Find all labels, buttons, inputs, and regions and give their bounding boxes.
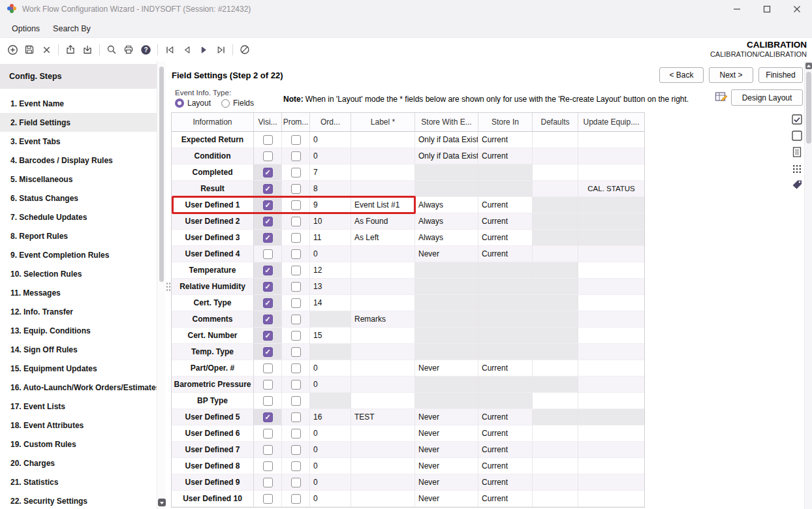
cell-store_in[interactable]: [478, 393, 533, 409]
cell-store_in[interactable]: Current: [478, 360, 533, 377]
cell-ord[interactable]: 0: [310, 442, 351, 458]
cell-label[interactable]: [351, 360, 415, 377]
first-record-button[interactable]: [161, 41, 178, 58]
prom-checkbox[interactable]: [291, 347, 301, 357]
cell-label[interactable]: [351, 181, 415, 197]
visi-checkbox[interactable]: ✓: [263, 184, 273, 194]
cell-update_equip[interactable]: CAL. STATUS: [578, 181, 644, 197]
cell-update_equip[interactable]: [578, 377, 644, 393]
cell-update_equip[interactable]: [578, 148, 644, 164]
cell-visi[interactable]: [254, 360, 282, 377]
prom-checkbox[interactable]: [291, 412, 301, 422]
cell-ord[interactable]: 11: [310, 230, 351, 246]
prom-checkbox[interactable]: [291, 494, 301, 504]
next-button[interactable]: Next >: [709, 67, 753, 83]
cell-ord[interactable]: [310, 311, 351, 328]
prom-checkbox[interactable]: [291, 298, 301, 308]
cell-visi[interactable]: ✓: [254, 213, 282, 230]
cell-defaults[interactable]: [533, 132, 578, 148]
cell-ord[interactable]: 0: [310, 246, 351, 262]
cell-defaults[interactable]: [533, 246, 578, 262]
cell-label[interactable]: As Left: [351, 230, 415, 246]
cell-label[interactable]: [351, 442, 415, 458]
cell-defaults[interactable]: [533, 409, 578, 425]
cell-update_equip[interactable]: [578, 458, 644, 474]
prom-checkbox[interactable]: [291, 266, 301, 275]
cell-store_in[interactable]: Current: [478, 246, 533, 262]
cell-ord[interactable]: 13: [310, 279, 351, 295]
cell-store_with[interactable]: Never: [415, 442, 478, 458]
column-header[interactable]: Label *: [351, 113, 415, 132]
cell-prom[interactable]: [282, 474, 310, 491]
cell-update_equip[interactable]: [578, 295, 644, 311]
cell-label[interactable]: [351, 377, 415, 393]
visi-checkbox[interactable]: ✓: [263, 331, 273, 341]
cell-defaults[interactable]: [533, 328, 578, 344]
cell-store_with[interactable]: Never: [415, 474, 478, 491]
prom-checkbox[interactable]: [291, 233, 301, 243]
cell-ord[interactable]: 8: [310, 181, 351, 197]
sidebar-item-20[interactable]: 20. Charges: [0, 454, 157, 472]
search-button[interactable]: [103, 41, 120, 58]
cell-store_in[interactable]: [478, 279, 533, 295]
cell-defaults[interactable]: [533, 295, 578, 311]
prom-checkbox[interactable]: [291, 363, 301, 373]
save-button[interactable]: [21, 41, 38, 58]
visi-checkbox[interactable]: [263, 478, 273, 487]
cell-prom[interactable]: [282, 360, 310, 377]
sidebar-item-5[interactable]: 5. Miscellaneous: [0, 170, 157, 189]
cancel-button[interactable]: [236, 41, 253, 58]
sidebar-item-17[interactable]: 17. Event Lists: [0, 397, 157, 416]
cell-label[interactable]: [351, 344, 415, 360]
cell-prom[interactable]: [282, 132, 310, 148]
sidebar-item-4[interactable]: 4. Barcodes / Display Rules: [0, 151, 157, 170]
visi-checkbox[interactable]: [263, 363, 273, 373]
column-header[interactable]: Visi...: [254, 113, 282, 132]
cell-store_with[interactable]: [415, 311, 478, 328]
cell-prom[interactable]: [282, 442, 310, 458]
cell-prom[interactable]: [282, 425, 310, 442]
visi-checkbox[interactable]: [263, 249, 273, 259]
cell-store_in[interactable]: [478, 311, 533, 328]
cell-defaults[interactable]: [533, 491, 578, 507]
cell-defaults[interactable]: [533, 458, 578, 474]
cell-ord[interactable]: 14: [310, 295, 351, 311]
visi-checkbox[interactable]: [263, 135, 273, 145]
cell-ord[interactable]: 0: [310, 425, 351, 442]
visi-checkbox[interactable]: [263, 396, 273, 406]
cell-label[interactable]: [351, 328, 415, 344]
cell-ord[interactable]: 10: [310, 213, 351, 230]
cell-update_equip[interactable]: [578, 262, 644, 279]
cell-prom[interactable]: [282, 311, 310, 328]
grid-icon[interactable]: [791, 162, 803, 174]
cell-defaults[interactable]: [533, 425, 578, 442]
add-button[interactable]: [4, 41, 21, 58]
cell-update_equip[interactable]: [578, 230, 644, 246]
sidebar-scrollbar[interactable]: [157, 61, 166, 509]
scrollbar-thumb[interactable]: [806, 72, 811, 144]
sidebar-item-15[interactable]: 15. Equipment Updates: [0, 359, 157, 378]
cell-visi[interactable]: ✓: [254, 295, 282, 311]
cell-store_with[interactable]: Always: [415, 230, 478, 246]
cell-store_with[interactable]: [415, 344, 478, 360]
cell-store_with[interactable]: Always: [415, 213, 478, 230]
cell-store_in[interactable]: [478, 344, 533, 360]
cell-update_equip[interactable]: [578, 213, 644, 230]
cell-store_with[interactable]: Only if Data Exist: [415, 132, 478, 148]
sidebar-item-11[interactable]: 11. Messages: [0, 283, 157, 302]
cell-store_with[interactable]: [415, 181, 478, 197]
cell-store_in[interactable]: Current: [478, 425, 533, 442]
export-button[interactable]: [62, 41, 79, 58]
cell-update_equip[interactable]: [578, 474, 644, 491]
sidebar-item-7[interactable]: 7. Schedule Updates: [0, 208, 157, 226]
cell-visi[interactable]: ✓: [254, 262, 282, 279]
cell-update_equip[interactable]: [578, 442, 644, 458]
menu-item-options[interactable]: Options: [5, 20, 46, 37]
cell-ord[interactable]: 16: [310, 409, 351, 425]
cell-label[interactable]: Event List #1: [351, 197, 415, 213]
cell-store_with[interactable]: [415, 295, 478, 311]
cell-prom[interactable]: [282, 295, 310, 311]
back-button[interactable]: < Back: [659, 67, 704, 83]
cell-store_with[interactable]: Only if Data Exist: [415, 148, 478, 164]
menu-item-search-by[interactable]: Search By: [46, 20, 97, 37]
